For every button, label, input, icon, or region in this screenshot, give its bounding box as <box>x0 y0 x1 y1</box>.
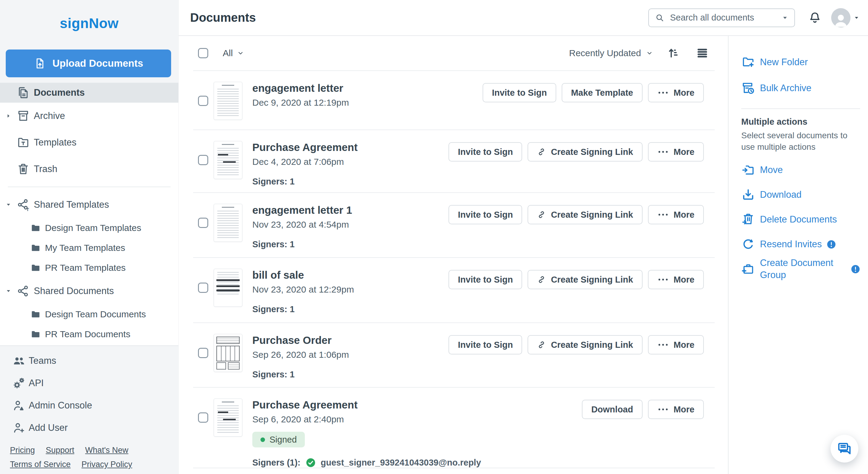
row-actions: Invite to SignCreate Signing LinkMore <box>448 141 704 161</box>
info-icon[interactable] <box>851 264 860 274</box>
account-menu-caret-icon[interactable] <box>854 15 860 21</box>
sidebar-item-design-team-documents[interactable]: Design Team Documents <box>0 304 178 324</box>
create-signing-link-button[interactable]: Create Signing Link <box>528 142 642 161</box>
admin-console-icon <box>12 399 26 412</box>
row-checkbox[interactable] <box>198 218 208 228</box>
button-label: More <box>674 275 694 285</box>
sidebar-item-admin-console[interactable]: Admin Console <box>0 394 178 417</box>
invite-to-sign-button[interactable]: Invite to Sign <box>448 205 522 224</box>
sidebar-item-templates[interactable]: Templates <box>0 129 178 156</box>
thumb-detail <box>218 412 228 413</box>
filter-dropdown[interactable]: All <box>223 48 244 58</box>
make-template-button[interactable]: Make Template <box>562 83 643 102</box>
document-row[interactable]: Purchase AgreementSep 6, 2020 at 2:40pmS… <box>193 388 715 468</box>
document-row[interactable]: bill of saleNov 23, 2020 at 12:29pmSigne… <box>193 258 715 323</box>
download-button[interactable]: Download <box>582 400 643 419</box>
thumb-detail <box>218 154 228 155</box>
sidebar-item-archive[interactable]: Archive <box>0 102 178 129</box>
document-thumbnail[interactable] <box>214 204 242 242</box>
sidebar-item-pr-team-documents[interactable]: PR Team Documents <box>0 324 178 344</box>
create-signing-link-button[interactable]: Create Signing Link <box>528 270 642 289</box>
document-row[interactable]: engagement letter 1Nov 23, 2020 at 4:54p… <box>193 193 715 258</box>
invite-to-sign-button[interactable]: Invite to Sign <box>448 270 522 289</box>
signers-count: Signers: 1 <box>252 369 349 380</box>
document-thumbnail[interactable] <box>214 334 242 372</box>
sort-dropdown[interactable]: Recently Updated <box>569 48 653 58</box>
sidebar-item-shared-documents[interactable]: Shared Documents <box>0 278 178 304</box>
row-checkbox[interactable] <box>198 283 208 293</box>
invite-to-sign-button[interactable]: Invite to Sign <box>448 142 522 161</box>
document-row[interactable]: engagement letterDec 9, 2020 at 12:19pmI… <box>193 71 715 130</box>
search-input[interactable] <box>670 12 777 23</box>
more-button[interactable]: More <box>648 142 704 161</box>
footer-link-privacy-policy[interactable]: Privacy Policy <box>82 460 132 469</box>
download-button[interactable]: Download <box>741 182 860 207</box>
sidebar-item-add-user[interactable]: Add User <box>0 417 178 439</box>
sidebar-item-teams[interactable]: Teams <box>0 350 178 372</box>
sidebar-item-shared-templates[interactable]: TShared Templates <box>0 191 178 218</box>
chevron-down-icon <box>237 50 244 57</box>
sidebar-item-documents[interactable]: Documents <box>0 83 178 102</box>
sidebar-item-my-team-templates[interactable]: My Team Templates <box>0 238 178 258</box>
info-icon[interactable] <box>827 240 836 249</box>
document-thumbnail[interactable] <box>214 398 242 437</box>
bulk-archive-button[interactable]: Bulk Archive <box>741 75 860 101</box>
sort-label: Recently Updated <box>569 48 641 58</box>
more-button[interactable]: More <box>648 400 704 419</box>
row-checkbox[interactable] <box>198 348 208 358</box>
search-box[interactable] <box>648 8 795 27</box>
row-actions: Invite to SignCreate Signing LinkMore <box>448 204 704 224</box>
document-title[interactable]: engagement letter 1 <box>252 204 352 216</box>
document-thumbnail[interactable] <box>214 82 242 120</box>
document-title[interactable]: Purchase Agreement <box>252 141 358 154</box>
footer-link-terms-of-service[interactable]: Terms of Service <box>10 460 71 469</box>
create-document-group-button[interactable]: Create Document Group <box>741 257 860 282</box>
row-checkbox[interactable] <box>198 155 208 165</box>
delete-documents-button[interactable]: Delete Documents <box>741 207 860 232</box>
bell-icon[interactable] <box>808 11 822 25</box>
document-title[interactable]: engagement letter <box>252 82 349 94</box>
sidebar-item-design-team-templates[interactable]: Design Team Templates <box>0 218 178 238</box>
document-thumbnail[interactable] <box>214 269 242 307</box>
document-title[interactable]: bill of sale <box>252 269 354 282</box>
document-title[interactable]: Purchase Order <box>252 334 349 347</box>
signnow-logo[interactable]: signNow <box>0 15 178 31</box>
upload-documents-button[interactable]: Upload Documents <box>6 50 171 77</box>
resend-invites-button[interactable]: Resend Invites <box>741 232 860 257</box>
invite-to-sign-button[interactable]: Invite to Sign <box>483 83 556 102</box>
sidebar-item-api[interactable]: API <box>0 372 178 394</box>
document-date: Dec 9, 2020 at 12:19pm <box>252 97 349 108</box>
sort-order-icon[interactable] <box>667 47 680 59</box>
row-checkbox[interactable] <box>198 96 208 106</box>
footer-link-pricing[interactable]: Pricing <box>10 446 35 455</box>
document-row[interactable]: Purchase OrderSep 26, 2020 at 1:06pmSign… <box>193 323 715 388</box>
caret-filled-right-icon[interactable] <box>5 113 11 119</box>
sidebar-item-pr-team-templates[interactable]: PR Team Templates <box>0 258 178 278</box>
caret-filled-down-icon[interactable] <box>5 202 11 208</box>
more-button[interactable]: More <box>648 270 704 289</box>
footer-link-support[interactable]: Support <box>46 446 74 455</box>
invite-to-sign-button[interactable]: Invite to Sign <box>448 335 522 354</box>
create-signing-link-button[interactable]: Create Signing Link <box>528 205 642 224</box>
caret-filled-down-icon[interactable] <box>782 14 788 21</box>
folder-icon <box>30 242 41 253</box>
avatar[interactable] <box>831 8 850 27</box>
caret-filled-down-icon[interactable] <box>5 288 11 294</box>
divider <box>741 108 860 109</box>
footer-link-what-s-new[interactable]: What's New <box>85 446 128 455</box>
chat-support-button[interactable] <box>831 435 858 463</box>
select-all-checkbox[interactable] <box>198 48 208 58</box>
more-dots-icon <box>657 147 669 156</box>
sidebar-item-trash[interactable]: Trash <box>0 156 178 182</box>
list-view-icon[interactable] <box>696 47 709 59</box>
document-title[interactable]: Purchase Agreement <box>252 398 481 411</box>
document-row[interactable]: Purchase AgreementDec 4, 2020 at 7:06pmS… <box>193 130 715 193</box>
more-button[interactable]: More <box>648 335 704 354</box>
row-checkbox[interactable] <box>198 412 208 423</box>
new-folder-button[interactable]: New Folder <box>741 49 860 75</box>
more-button[interactable]: More <box>648 205 704 224</box>
document-thumbnail[interactable] <box>214 141 242 179</box>
create-signing-link-button[interactable]: Create Signing Link <box>528 335 642 354</box>
move-button[interactable]: Move <box>741 157 860 182</box>
more-button[interactable]: More <box>648 83 704 102</box>
